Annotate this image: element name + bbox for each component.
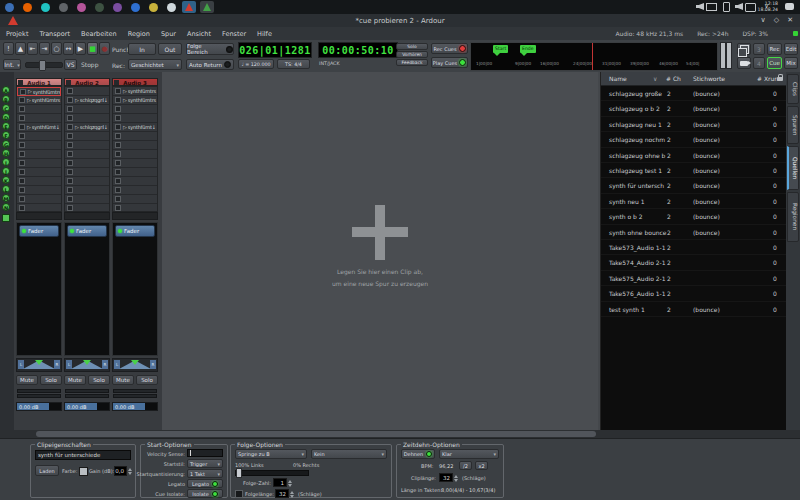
start-marker[interactable]: Start bbox=[493, 45, 508, 53]
source-row[interactable]: schlagzeug test 12(bounce)0 bbox=[601, 163, 787, 178]
follow-action2-dropdown[interactable]: Kein▾ bbox=[311, 449, 387, 459]
slot-play-icon[interactable]: ▷ bbox=[27, 97, 31, 104]
clip-slot-M[interactable] bbox=[113, 195, 157, 204]
clip-slot-L[interactable] bbox=[17, 186, 61, 195]
clip-slot-H[interactable] bbox=[65, 150, 109, 159]
taskbar-app-files[interactable] bbox=[2, 1, 16, 13]
column-channels[interactable]: # Ch bbox=[666, 75, 681, 82]
lock-icon[interactable] bbox=[777, 77, 783, 81]
source-row[interactable]: test synth 12(bounce)0 bbox=[601, 302, 787, 317]
clip-slot-J[interactable] bbox=[113, 168, 157, 177]
slot-stop-icon[interactable] bbox=[67, 133, 73, 139]
cue-trigger-B[interactable]: B bbox=[2, 95, 10, 103]
source-row[interactable]: Take576_Audio 1-120 bbox=[601, 286, 787, 301]
auto-return-button[interactable]: Auto Return bbox=[186, 59, 234, 70]
load-button[interactable]: Laden bbox=[35, 465, 59, 476]
slot-stop-icon[interactable] bbox=[19, 106, 25, 112]
clip-slot-L[interactable] bbox=[65, 186, 109, 195]
slot-stop-icon[interactable] bbox=[19, 160, 25, 166]
slot-stop-icon[interactable] bbox=[67, 124, 73, 130]
phone-icon[interactable] bbox=[723, 2, 730, 12]
shuttle-handle[interactable] bbox=[39, 60, 46, 71]
tab-spuren[interactable]: Spuren bbox=[787, 106, 799, 144]
clip-slot-A[interactable]: ▷synthfürntrs bbox=[17, 87, 61, 96]
slider-handle[interactable] bbox=[236, 468, 242, 478]
slot-grid-footer[interactable] bbox=[16, 212, 62, 220]
follow-length-checkbox[interactable] bbox=[235, 490, 243, 498]
punch-out-button[interactable]: Out bbox=[158, 43, 182, 55]
cue-trigger-I[interactable]: I bbox=[2, 158, 10, 166]
pan-position-marker[interactable] bbox=[131, 360, 139, 369]
tempo-button[interactable]: ♩ = 120.000 bbox=[238, 59, 274, 69]
slot-stop-icon[interactable] bbox=[115, 124, 121, 130]
taskbar-app-settings[interactable] bbox=[56, 1, 70, 13]
clip-slot-I[interactable] bbox=[17, 159, 61, 168]
slot-stop-icon[interactable] bbox=[67, 106, 73, 112]
source-row[interactable]: schlagzeug o b 22(bounce)0 bbox=[601, 101, 787, 116]
cue-trigger-C[interactable]: C bbox=[2, 104, 10, 112]
display-icon[interactable] bbox=[706, 3, 717, 11]
rec-mode-dropdown[interactable]: Geschichtet▾ bbox=[128, 59, 182, 70]
isolate-toggle[interactable]: Isolate bbox=[187, 489, 223, 498]
taskbar-app-blue-app[interactable] bbox=[128, 1, 142, 13]
slot-play-icon[interactable]: ▷ bbox=[75, 97, 79, 104]
clip-slot-E[interactable]: ▷schlqzqgrßnt↓ bbox=[65, 123, 109, 132]
follow-count-value[interactable]: 1 bbox=[273, 478, 287, 487]
stretch-mode-dropdown[interactable]: Klar▾ bbox=[439, 449, 499, 459]
clip-slot-H[interactable] bbox=[113, 150, 157, 159]
clip-slot-J[interactable] bbox=[17, 168, 61, 177]
time-signature-button[interactable]: TS: 4/4 bbox=[277, 59, 310, 69]
slot-stop-icon[interactable] bbox=[115, 88, 121, 94]
slot-grid-footer[interactable] bbox=[112, 212, 158, 220]
clip-slot-I[interactable] bbox=[65, 159, 109, 168]
slot-stop-icon[interactable] bbox=[67, 187, 73, 193]
source-row[interactable]: synth für untersch2(bounce)0 bbox=[601, 178, 787, 193]
mute-button[interactable]: Mute bbox=[112, 375, 134, 385]
taskbar-app-firefox[interactable] bbox=[20, 1, 34, 13]
sort-caret-icon[interactable]: ∨ bbox=[653, 75, 657, 82]
follow-count-spinner[interactable] bbox=[288, 479, 292, 488]
clip-slot-D[interactable] bbox=[17, 114, 61, 123]
slot-play-icon[interactable]: ▷ bbox=[27, 124, 31, 131]
goto-end-button[interactable]: ⇥ bbox=[39, 42, 50, 55]
slot-stop-icon[interactable] bbox=[19, 115, 25, 121]
source-row[interactable]: Take573_Audio 1-120 bbox=[601, 240, 787, 255]
taskbar-app-ardour[interactable] bbox=[182, 1, 196, 13]
page-cue-button[interactable]: Cue bbox=[767, 57, 782, 69]
slot-stop-icon[interactable] bbox=[115, 115, 121, 121]
column-name[interactable]: Name bbox=[609, 75, 627, 82]
pan-position-marker[interactable] bbox=[35, 360, 43, 369]
gain-value[interactable]: 0,0 bbox=[114, 466, 127, 476]
slot-stop-icon[interactable] bbox=[115, 97, 121, 103]
slot-stop-icon[interactable] bbox=[67, 196, 73, 202]
slot-stop-icon[interactable] bbox=[19, 133, 25, 139]
source-row[interactable]: synth neu 12(bounce)0 bbox=[601, 194, 787, 209]
processor-box[interactable]: Fader bbox=[112, 222, 158, 356]
slot-stop-icon[interactable] bbox=[115, 178, 121, 184]
taskbar-app-shotcut[interactable] bbox=[38, 1, 52, 13]
slot-stop-icon[interactable] bbox=[115, 187, 121, 193]
stretch-toggle[interactable]: Dehnen bbox=[401, 449, 435, 459]
window-titlebar[interactable]: *cue probieren 2 - Ardour ∨◇✕ bbox=[0, 14, 800, 27]
slot-stop-icon[interactable] bbox=[67, 97, 73, 103]
slot-stop-icon[interactable] bbox=[19, 187, 25, 193]
scrollbar-thumb[interactable] bbox=[36, 431, 596, 437]
clip-slot-A[interactable] bbox=[65, 87, 109, 96]
cue-trigger-D[interactable]: D bbox=[2, 113, 10, 121]
clip-slot-E[interactable]: ▷synthfürntrs↓ bbox=[17, 123, 61, 132]
virtual-desktop-icon[interactable] bbox=[745, 3, 756, 12]
follow-action-dropdown[interactable]: Springe zu B▾ bbox=[235, 449, 307, 459]
tab-clips[interactable]: Clips bbox=[787, 74, 799, 104]
pan-widget[interactable]: LR bbox=[16, 358, 62, 372]
cue-trigger-E[interactable]: E bbox=[2, 122, 10, 130]
slot-stop-icon[interactable] bbox=[19, 196, 25, 202]
clip-slot-I[interactable] bbox=[113, 159, 157, 168]
slot-play-icon[interactable]: ▷ bbox=[123, 88, 127, 95]
solo-button[interactable]: Solo bbox=[40, 375, 62, 385]
page-rec-button[interactable]: Rec bbox=[767, 43, 782, 55]
track-name-header[interactable]: Audio 1 bbox=[16, 78, 62, 86]
slot-stop-icon[interactable] bbox=[67, 115, 73, 121]
secondary-clock[interactable]: 00:00:50:10 bbox=[318, 42, 398, 58]
track-menu-icon[interactable] bbox=[114, 80, 119, 85]
midi-panic-button[interactable]: ! bbox=[3, 42, 14, 55]
